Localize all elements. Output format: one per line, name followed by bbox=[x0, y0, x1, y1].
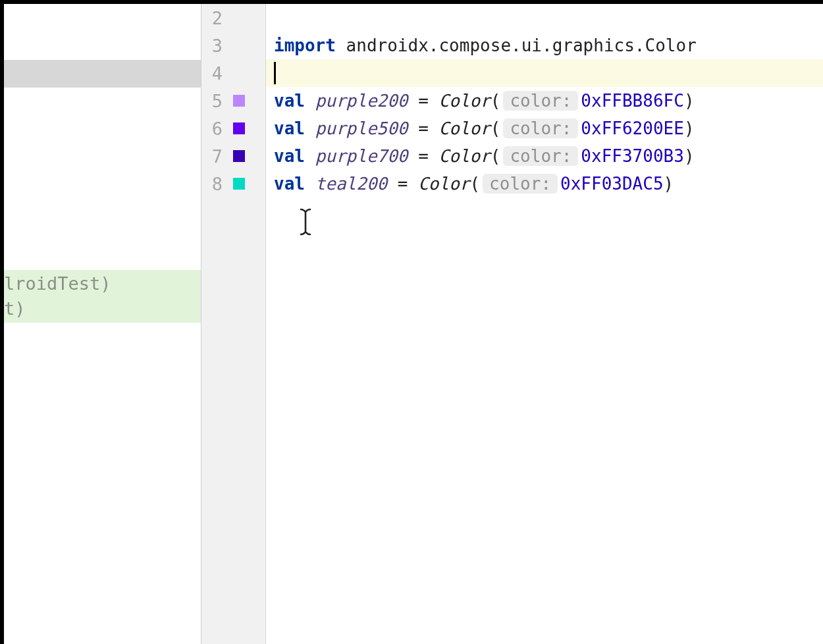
sidebar-frag-1: lroidTest) bbox=[4, 271, 201, 296]
identifier: purple500 bbox=[315, 119, 408, 138]
code-line-3[interactable]: import androidx.compose.ui.graphics.Colo… bbox=[266, 32, 823, 59]
editor-frame: lroidTest) t) 2 3 4 5 6 7 8 bbox=[0, 0, 823, 644]
color-swatch-icon[interactable] bbox=[233, 178, 245, 190]
param-hint: color: bbox=[503, 91, 578, 111]
gutter-row[interactable]: 5 bbox=[201, 87, 265, 115]
code-line-6[interactable]: val purple500 = Color(color:0xFF6200EE) bbox=[266, 115, 823, 142]
gutter-row[interactable]: 8 bbox=[201, 170, 265, 198]
text-caret-icon bbox=[274, 62, 276, 84]
gutter-row[interactable]: 6 bbox=[201, 115, 265, 142]
line-number: 4 bbox=[209, 63, 223, 84]
code-line-2[interactable] bbox=[266, 4, 823, 32]
line-number: 6 bbox=[209, 119, 223, 139]
line-number: 8 bbox=[209, 174, 223, 194]
color-swatch-icon[interactable] bbox=[233, 95, 245, 107]
function-call: Color bbox=[438, 119, 490, 138]
sidebar-frag-2: t) bbox=[4, 296, 201, 321]
gutter-row[interactable]: 7 bbox=[201, 142, 265, 170]
gutter-row[interactable]: 3 bbox=[201, 32, 265, 59]
param-hint: color: bbox=[483, 174, 558, 194]
identifier: purple200 bbox=[315, 91, 408, 111]
numeric-literal: 0xFFBB86FC bbox=[581, 91, 684, 111]
keyword-val: val bbox=[274, 91, 305, 111]
line-number: 7 bbox=[209, 146, 223, 167]
identifier: purple700 bbox=[315, 146, 408, 166]
code-line-5[interactable]: val purple200 = Color(color:0xFFBB86FC) bbox=[266, 87, 823, 115]
color-swatch-icon[interactable] bbox=[233, 150, 245, 162]
keyword-val: val bbox=[274, 146, 305, 166]
param-hint: color: bbox=[503, 146, 578, 166]
function-call: Color bbox=[438, 91, 490, 111]
sidebar-selected-item[interactable] bbox=[4, 60, 201, 88]
vertical-scrollbar[interactable] bbox=[811, 4, 823, 644]
function-call: Color bbox=[438, 146, 490, 166]
gutter-row[interactable]: 2 bbox=[201, 4, 265, 32]
text-cursor-icon bbox=[299, 208, 312, 242]
gutter-row[interactable]: 4 bbox=[201, 59, 265, 87]
line-number-gutter[interactable]: 2 3 4 5 6 7 8 bbox=[201, 4, 266, 644]
code-line-7[interactable]: val purple700 = Color(color:0xFF3700B3) bbox=[266, 142, 823, 170]
keyword-val: val bbox=[274, 119, 305, 138]
line-number: 3 bbox=[209, 36, 223, 56]
keyword-val: val bbox=[274, 174, 305, 194]
sidebar-test-sources[interactable]: lroidTest) t) bbox=[4, 270, 201, 323]
project-sidebar[interactable]: lroidTest) t) bbox=[4, 4, 201, 644]
color-swatch-icon[interactable] bbox=[233, 122, 245, 134]
code-line-8[interactable]: val teal200 = Color(color:0xFF03DAC5) bbox=[266, 170, 823, 198]
param-hint: color: bbox=[503, 119, 578, 138]
code-line-4-current[interactable] bbox=[266, 59, 823, 87]
import-path: androidx.compose.ui.graphics.Color bbox=[336, 36, 697, 55]
line-number: 2 bbox=[209, 8, 223, 28]
numeric-literal: 0xFF03DAC5 bbox=[560, 174, 664, 194]
line-number: 5 bbox=[209, 91, 223, 111]
code-editor[interactable]: import androidx.compose.ui.graphics.Colo… bbox=[266, 4, 823, 644]
keyword-import: import bbox=[274, 36, 336, 55]
identifier: teal200 bbox=[315, 174, 388, 194]
function-call: Color bbox=[418, 174, 469, 194]
numeric-literal: 0xFF6200EE bbox=[581, 119, 684, 138]
numeric-literal: 0xFF3700B3 bbox=[581, 146, 684, 166]
